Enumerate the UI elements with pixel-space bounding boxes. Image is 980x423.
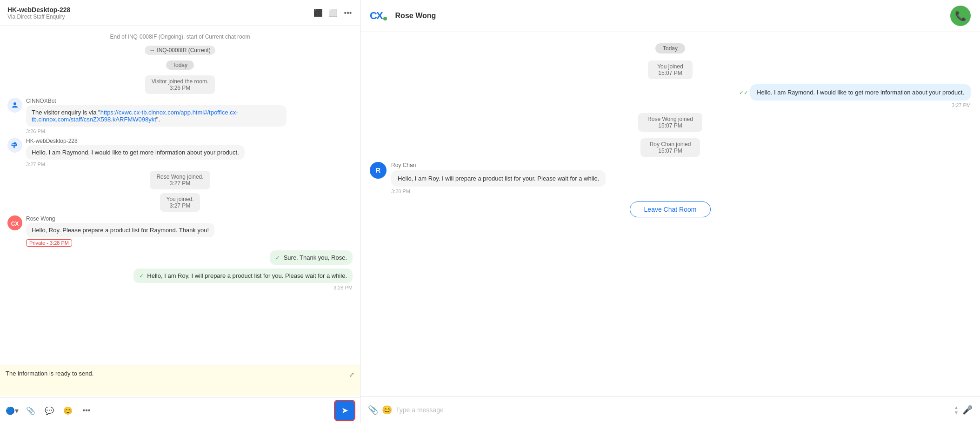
rose-bubble: Hello, Roy. Please prepare a product lis…	[26, 223, 214, 237]
check-icon-1: ✓	[275, 255, 280, 261]
left-header: HK-webDesktop-228 Via Direct Staff Enqui…	[0, 0, 360, 26]
leave-btn-wrap: Leave Chat Room	[370, 201, 971, 217]
more-icon[interactable]: •••	[343, 8, 353, 18]
bot-bubble: The visitor enquiry is via "https://cxwc…	[26, 105, 287, 127]
right-message-input[interactable]	[396, 406, 950, 414]
right-panel: CX Rose Wong 📞 Today You joined 15:07 PM…	[360, 0, 980, 423]
right-incoming-msg: R Roy Chan Hello, I am Roy. I will prepa…	[370, 162, 971, 194]
system-separator: End of INQ-0008IF (Ongoing), start of Cu…	[7, 34, 353, 40]
cx-logo: CX	[370, 10, 387, 22]
smiley-icon[interactable]: 😊	[61, 404, 74, 417]
bot-link[interactable]: https://cxwc.cx-tb.cinnox.com/app.html#/…	[32, 109, 238, 123]
grid-icon[interactable]: ⬜	[328, 8, 338, 18]
scroll-up-icon[interactable]: ▲	[954, 405, 959, 410]
right-check-icon: ✓✓	[739, 89, 748, 96]
bot-bubble-content: CINNOXBot The visitor enquiry is via "ht…	[26, 98, 287, 134]
right-outgoing-content: ✓✓ Hello. I am Raymond. I would like to …	[739, 84, 971, 108]
svg-rect-1	[13, 142, 16, 145]
left-header-icons: ⬛ ⬜ •••	[313, 8, 353, 18]
leave-chat-room-button[interactable]: Leave Chat Room	[630, 201, 711, 217]
rose-private-label: Private - 3:28 PM	[26, 239, 214, 247]
left-panel: HK-webDesktop-228 Via Direct Staff Enqui…	[0, 0, 360, 423]
outgoing-msg-1: ✓ Sure. Thank you, Rose.	[7, 250, 353, 265]
input-wrapper: ⤢	[0, 365, 360, 397]
outgoing-bubble-1: ✓ Sure. Thank you, Rose.	[270, 250, 353, 265]
inquiry-badge: ↔INQ-0008IR (Current)	[145, 46, 215, 55]
right-messages: Today You joined 15:07 PM ✓✓ Hello. I am…	[360, 32, 980, 396]
bot-avatar	[7, 98, 22, 113]
inquiry-badge-wrap: ↔INQ-0008IR (Current)	[7, 46, 353, 55]
right-incoming-bubble: Hello, I am Roy. I will prepare a produc…	[391, 170, 606, 187]
visitor-joined-msg: Visitor joined the room. 3:26 PM	[145, 75, 215, 94]
date-badge-wrap: Today	[7, 59, 353, 72]
you-joined-msg: You joined. 3:27 PM	[160, 193, 200, 212]
svg-text:CX: CX	[11, 221, 19, 227]
left-messages: End of INQ-0008IF (Ongoing), start of Cu…	[0, 26, 360, 365]
you-joined-wrap: You joined. 3:27 PM	[7, 193, 353, 212]
right-roy-joined: Roy Chan joined 15:07 PM	[640, 138, 700, 157]
visitor-joined-wrap: Visitor joined the room. 3:26 PM	[7, 75, 353, 94]
outgoing-bubble-2-wrap: ✓ Hello, I am Roy. I will prepare a prod…	[133, 269, 353, 290]
visitor-message-row: HK-webDesktop-228 Hello. I am Raymond. I…	[7, 138, 353, 167]
right-contact-name: Rose Wong	[395, 12, 436, 20]
online-dot	[383, 17, 387, 20]
chat-icon[interactable]: 💬	[43, 404, 56, 417]
left-chat-title: HK-webDesktop-228	[7, 6, 70, 13]
outgoing-bubble-2: ✓ Hello, I am Roy. I will prepare a prod…	[133, 269, 353, 283]
visitor-avatar	[7, 138, 22, 153]
toolbar-left: 🔵▾ 📎 💬 😊 •••	[6, 404, 93, 417]
right-rose-joined: Rose Wong joined 15:07 PM	[638, 113, 702, 132]
left-message-input[interactable]	[0, 365, 360, 396]
call-button[interactable]: 📞	[950, 6, 971, 26]
scroll-buttons[interactable]: ▲ ▼	[954, 405, 959, 415]
visitor-bubble: Hello. I am Raymond. I would like to get…	[26, 145, 245, 160]
call-icon: 📞	[955, 10, 967, 21]
expand-icon[interactable]: ⤢	[349, 371, 354, 378]
date-badge: Today	[166, 60, 194, 70]
left-chat-subtitle: Via Direct Staff Enquiry	[7, 13, 70, 20]
right-header: CX Rose Wong 📞	[360, 0, 980, 32]
voice-icon[interactable]: 🎤	[962, 405, 973, 415]
rose-joined-msg: Rose Wong joined. 3:27 PM	[150, 171, 210, 189]
rose-message-row: CX Rose Wong Hello, Roy. Please prepare …	[7, 215, 353, 247]
scroll-down-icon[interactable]: ▼	[954, 410, 959, 415]
attachment-icon[interactable]: 📎	[24, 404, 37, 417]
right-input-area: 📎 😊 ▲ ▼ 🎤	[360, 396, 980, 423]
right-header-left: CX Rose Wong	[370, 10, 436, 22]
right-you-joined: You joined 15:07 PM	[648, 60, 693, 79]
left-header-info: HK-webDesktop-228 Via Direct Staff Enqui…	[7, 6, 70, 20]
input-toolbar: 🔵▾ 📎 💬 😊 ••• ➤	[0, 397, 360, 423]
right-outgoing-msg: ✓✓ Hello. I am Raymond. I would like to …	[370, 84, 971, 108]
rose-bubble-content: Rose Wong Hello, Roy. Please prepare a p…	[26, 215, 214, 247]
bot-message-row: CINNOXBot The visitor enquiry is via "ht…	[7, 98, 353, 134]
right-date-badge: Today	[655, 43, 685, 54]
rose-avatar: CX	[7, 215, 22, 230]
cx-logo-text: CX	[370, 10, 382, 22]
svg-point-0	[13, 102, 16, 105]
outgoing-msg-2: ✓ Hello, I am Roy. I will prepare a prod…	[7, 269, 353, 290]
left-input-area: ⤢ 🔵▾ 📎 💬 😊 ••• ➤	[0, 365, 360, 423]
right-incoming-content: Roy Chan Hello, I am Roy. I will prepare…	[391, 162, 606, 194]
right-emoji-icon[interactable]: 😊	[382, 405, 392, 415]
send-button[interactable]: ➤	[335, 401, 354, 420]
send-icon: ➤	[341, 405, 348, 416]
visitor-bubble-content: HK-webDesktop-228 Hello. I am Raymond. I…	[26, 138, 245, 167]
emoji-picker-icon[interactable]: 🔵▾	[6, 404, 19, 417]
bookmark-icon[interactable]: ⬛	[313, 8, 323, 18]
right-attachment-icon[interactable]: 📎	[368, 405, 378, 415]
rose-joined-wrap: Rose Wong joined. 3:27 PM	[7, 171, 353, 189]
more-toolbar-icon[interactable]: •••	[80, 404, 93, 417]
check-icon-2: ✓	[139, 273, 144, 279]
right-incoming-avatar: R	[370, 162, 387, 179]
right-outgoing-bubble: Hello. I am Raymond. I would like to get…	[750, 84, 971, 101]
